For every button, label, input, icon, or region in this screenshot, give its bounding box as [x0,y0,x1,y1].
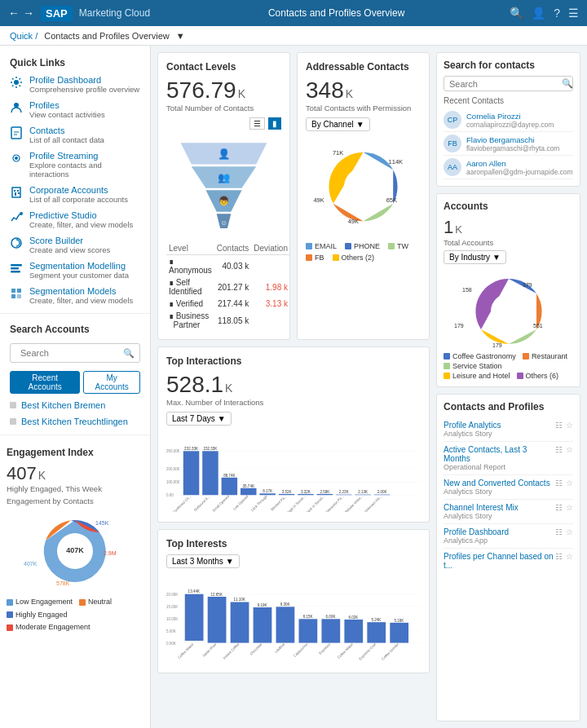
by-channel-label: By Channel [311,120,354,129]
recent-contacts-label: Recent Contacts [444,96,573,105]
svg-text:Page In Social...: Page In Social... [285,494,306,512]
grid-icon[interactable]: ☷ [555,503,563,512]
nav-back[interactable]: ← [8,7,20,20]
svg-rect-11 [11,264,22,267]
contact-item-1[interactable]: CP Cornelia Pirozzi cornaliapirozzi@dayr… [444,108,573,132]
interests-filter-label: Last 3 Months [172,557,223,566]
star-icon[interactable]: ☆ [566,445,573,454]
contact-name-1: Cornelia Pirozzi [466,112,554,121]
star-icon[interactable]: ☆ [566,503,573,512]
search-accounts-input[interactable] [15,346,123,360]
right-panel: Search for contacts 🔍 Recent Contacts CP… [436,46,587,728]
grid-icon[interactable]: ☷ [555,527,563,536]
star-icon[interactable]: ☆ [566,527,573,536]
svg-rect-93 [276,607,295,642]
sidebar-label: Profile Dashboard [29,75,139,85]
sidebar-item-profile-dashboard[interactable]: Profile Dashboard Comprehensive profile … [0,72,150,97]
star-icon[interactable]: ☆ [566,552,573,561]
sidebar-item-contacts[interactable]: Contacts List of all contact data [0,122,150,148]
svg-text:Instant Coffee: Instant Coffee [222,642,241,660]
row-1: Contact Levels 576.79 K Total Number of … [157,52,430,340]
contact-item-2[interactable]: FB Flavio Bergamaschi flaviobergamaschi@… [444,132,573,156]
last-7-days-dropdown[interactable]: Last 7 Days ▼ [166,412,232,426]
sidebar-desc: Create, filter, and view models [29,220,133,229]
svg-text:Unknown Vis...: Unknown Vis... [364,494,382,512]
account-tabs: Recent Accounts My Accounts [0,368,150,397]
svg-text:407K: 407K [24,561,38,567]
svg-rect-16 [11,294,15,298]
breadcrumb-dropdown-icon[interactable]: ▼ [176,31,185,41]
sidebar-item-segmentation[interactable]: Segmentation Modelling Segment your cust… [0,258,150,283]
by-channel-dropdown[interactable]: By Channel ▼ [306,117,370,131]
profile-name-6[interactable]: Profiles per Channel based on t... [444,552,555,570]
svg-text:6.15K: 6.15K [303,615,313,619]
svg-rect-89 [185,594,204,641]
sidebar-item-corporate[interactable]: Corporate Accounts List of all corporate… [0,182,150,207]
sidebar-item-profiles[interactable]: Profiles View contact activities [0,97,150,122]
svg-text:10.00K: 10.00K [166,617,178,621]
profile-name-1[interactable]: Profile Analytics [444,421,501,430]
svg-text:100,00€: 100,00€ [166,480,180,484]
svg-text:Coffee Maker: Coffee Maker [177,642,195,660]
contact-email-1: cornaliapirozzi@dayrep.com [466,121,554,129]
svg-point-9 [20,212,23,215]
search-icon-small: 🔍 [123,348,135,359]
profile-name-2[interactable]: Active Contacts, Last 3 Months [444,445,555,463]
profile-type-2: Operational Report [444,463,555,471]
svg-text:☺: ☺ [220,218,227,227]
profile-name-5[interactable]: Profile Dashboard [444,527,509,536]
sidebar-item-profile-streaming[interactable]: Profile Streaming Explore contacts and i… [0,148,150,182]
account-item-1[interactable]: Best Kitchen Bremen [0,397,150,413]
my-accounts-tab[interactable]: My Accounts [83,371,140,394]
profile-type-1: Analytics Story [444,430,501,438]
svg-rect-97 [367,622,386,642]
svg-text:👥: 👥 [218,171,231,184]
col-deviation: Deviation [251,242,290,255]
sidebar-label: Contacts [29,126,104,135]
last-3-months-dropdown[interactable]: Last 3 Months ▼ [166,554,240,568]
svg-rect-95 [321,619,340,642]
contact-item-3[interactable]: AA Aaron Allen aaronpallen@gdm-journapid… [444,156,573,179]
profile-name-4[interactable]: Channel Interest Mix [444,503,519,512]
by-industry-dropdown[interactable]: By Industry ▼ [444,250,506,264]
col-contacts: Contacts [214,242,251,255]
nav-forward[interactable]: → [23,7,34,20]
account-item-2[interactable]: Best Kitchen Treuchtlingen [0,413,150,430]
search-icon[interactable]: 🔍 [510,7,523,20]
bar-view-icon[interactable]: ▮ [268,117,281,130]
star-icon[interactable]: ☆ [566,479,573,488]
engagement-title: Engagement Index [7,447,143,458]
profile-item-2: Active Contacts, Last 3 Months Operation… [444,442,573,475]
menu-icon[interactable]: ☰ [568,7,579,20]
contact-search-input[interactable] [449,79,562,89]
sidebar-item-seg-models[interactable]: Segmentation Models Create, filter, and … [0,283,150,308]
svg-text:👦: 👦 [218,196,230,206]
grid-icon[interactable]: ☷ [555,445,563,454]
profile-name-3[interactable]: New and Converted Contacts [444,479,550,488]
contact-info-2: Flavio Bergamaschi flaviobergamaschi@rhy… [466,135,559,152]
svg-text:6.02K: 6.02K [349,615,359,620]
breadcrumb-quick[interactable]: Quick / [10,31,38,41]
svg-rect-50 [259,493,276,495]
svg-text:Chocolate: Chocolate [249,642,263,655]
svg-rect-90 [208,597,227,643]
addressable-title: Addressable Contacts [306,61,421,73]
svg-text:2.59K: 2.59K [320,490,329,494]
chevron-down-icon: ▼ [218,414,226,423]
account-bullet [10,418,16,425]
grid-icon[interactable]: ☷ [555,421,563,430]
profile-type-3: Analytics Story [444,488,550,496]
star-icon[interactable]: ☆ [566,421,573,430]
sidebar-item-predictive[interactable]: Predictive Studio Create, filter, and vi… [0,207,150,232]
svg-rect-91 [231,602,249,643]
contact-email-3: aaronpallen@gdm-journapide.com [466,168,573,176]
grid-icon[interactable]: ☷ [555,552,563,561]
sidebar-item-score[interactable]: Score Builder Create and view scores [0,232,150,258]
recent-accounts-tab[interactable]: Recent Accounts [10,371,80,394]
table-view-icon[interactable]: ☰ [249,117,265,130]
svg-text:Salair iPure: Salair iPure [201,642,217,657]
help-icon[interactable]: ? [554,7,560,20]
quick-links-title: Quick Links [0,52,150,72]
grid-icon[interactable]: ☷ [555,479,563,488]
user-icon[interactable]: 👤 [532,7,545,20]
